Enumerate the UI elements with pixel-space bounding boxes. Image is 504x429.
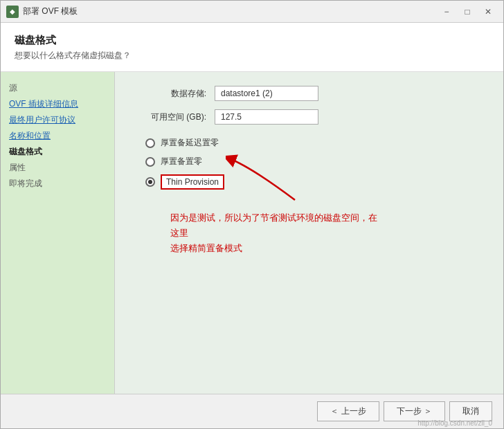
available-label: 可用空间 (GB): [132, 111, 215, 123]
title-bar-controls: − □ ✕ [437, 4, 498, 19]
annotation-text: 因为是测试，所以为了节省测试环境的磁盘空间，在这里 选择精简置备模式 [170, 210, 378, 256]
cancel-button[interactable]: 取消 [449, 401, 492, 421]
page-title: 磁盘格式 [15, 34, 489, 47]
minimize-button[interactable]: − [437, 4, 456, 19]
content-area: 数据存储: datastore1 (2) 可用空间 (GB): 127.5 厚置… [115, 72, 503, 394]
sidebar-item-complete: 即将完成 [9, 177, 106, 190]
radio-thick-eager-label: 厚置备置零 [161, 156, 202, 167]
page-header: 磁盘格式 想要以什么格式存储虚拟磁盘？ [1, 23, 503, 72]
datastore-row: 数据存储: datastore1 (2) [132, 86, 487, 101]
footer: ＜ 上一步 下一步 ＞ 取消 http://blog.csdn.net/zll_… [1, 394, 503, 428]
thin-provision-label: Thin Provision [166, 177, 219, 187]
datastore-label: 数据存储: [132, 88, 215, 100]
radio-item-thin: Thin Provision [145, 174, 487, 190]
available-value: 127.5 [215, 109, 318, 125]
sidebar-item-name-location[interactable]: 名称和位置 [9, 129, 106, 142]
radio-item-thick-lazy: 厚置备延迟置零 [145, 137, 487, 149]
sidebar-item-source: 源 [9, 82, 106, 94]
available-row: 可用空间 (GB): 127.5 [132, 109, 487, 125]
radio-thick-lazy[interactable] [145, 138, 155, 148]
main-area: 源 OVF 插拔详细信息 最终用户许可协议 名称和位置 磁盘格式 属性 即将完成… [1, 72, 503, 394]
next-button[interactable]: 下一步 ＞ [384, 401, 445, 421]
radio-thick-lazy-label: 厚置备延迟置零 [161, 137, 219, 149]
back-button[interactable]: ＜ 上一步 [317, 401, 379, 421]
page-subtitle: 想要以什么格式存储虚拟磁盘？ [15, 50, 489, 62]
radio-group: 厚置备延迟置零 厚置备置零 Thin Provision [145, 137, 487, 190]
maximize-button[interactable]: □ [458, 4, 477, 19]
sidebar: 源 OVF 插拔详细信息 最终用户许可协议 名称和位置 磁盘格式 属性 即将完成 [1, 72, 115, 394]
title-bar-text: 部署 OVF 模板 [23, 6, 437, 17]
title-bar: ◆ 部署 OVF 模板 − □ ✕ [1, 1, 503, 23]
sidebar-item-properties: 属性 [9, 161, 106, 174]
radio-item-thick-eager: 厚置备置零 [145, 156, 487, 167]
sidebar-item-eula[interactable]: 最终用户许可协议 [9, 113, 106, 126]
close-button[interactable]: ✕ [478, 4, 498, 19]
arrow-icon [226, 152, 309, 207]
watermark: http://blog.csdn.net/zll_0 [417, 419, 492, 427]
sidebar-item-disk-format: 磁盘格式 [9, 145, 106, 158]
thin-provision-box: Thin Provision [161, 174, 224, 190]
window: ◆ 部署 OVF 模板 − □ ✕ 磁盘格式 想要以什么格式存储虚拟磁盘？ 源 … [0, 0, 504, 429]
radio-thin[interactable] [145, 177, 155, 187]
app-icon: ◆ [6, 6, 19, 18]
datastore-value: datastore1 (2) [215, 86, 318, 101]
radio-thick-eager[interactable] [145, 157, 155, 167]
sidebar-item-ovf-detail[interactable]: OVF 插拔详细信息 [9, 98, 106, 110]
